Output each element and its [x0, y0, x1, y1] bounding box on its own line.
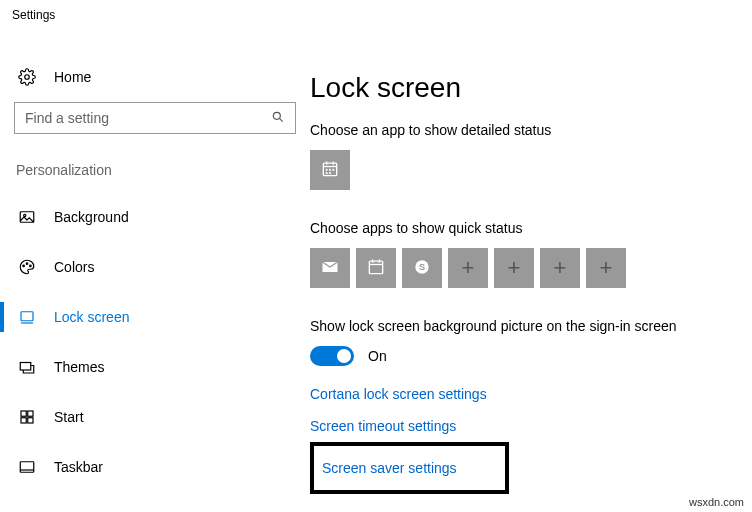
screen-timeout-link[interactable]: Screen timeout settings — [310, 418, 752, 434]
themes-icon — [18, 358, 36, 376]
sidebar-item-lock-screen[interactable]: Lock screen — [14, 296, 310, 338]
watermark: wsxdn.com — [689, 496, 744, 508]
picture-icon — [18, 208, 36, 226]
plus-icon: + — [508, 257, 521, 279]
quick-status-tile-calendar[interactable] — [356, 248, 396, 288]
cortana-lock-screen-link[interactable]: Cortana lock screen settings — [310, 386, 752, 402]
home-label: Home — [54, 69, 91, 85]
svg-rect-10 — [20, 363, 31, 371]
sidebar-item-label: Lock screen — [54, 309, 129, 325]
sidebar-item-label: Start — [54, 409, 84, 425]
quick-status-tile-skype[interactable]: S — [402, 248, 442, 288]
svg-point-21 — [326, 169, 327, 170]
svg-rect-12 — [28, 411, 33, 416]
svg-point-24 — [326, 172, 327, 173]
sidebar: Home Personalization Background Colors — [0, 30, 310, 512]
svg-point-23 — [333, 169, 334, 170]
quick-status-tile-add-1[interactable]: + — [448, 248, 488, 288]
start-icon — [18, 408, 36, 426]
calendar-icon — [320, 159, 340, 182]
sidebar-item-label: Taskbar — [54, 459, 103, 475]
quick-status-tile-add-2[interactable]: + — [494, 248, 534, 288]
signin-background-toggle[interactable] — [310, 346, 354, 366]
svg-rect-13 — [21, 418, 26, 423]
calendar-icon — [366, 257, 386, 280]
svg-point-1 — [273, 112, 280, 119]
svg-rect-14 — [28, 418, 33, 423]
quick-status-tile-add-3[interactable]: + — [540, 248, 580, 288]
svg-text:S: S — [419, 262, 425, 272]
search-box[interactable] — [14, 102, 296, 134]
svg-point-22 — [330, 169, 331, 170]
highlight-box: Screen saver settings — [310, 442, 509, 494]
toggle-knob — [337, 349, 351, 363]
search-input[interactable] — [25, 110, 271, 126]
lock-screen-icon — [18, 308, 36, 326]
home-button[interactable]: Home — [14, 60, 310, 102]
gear-icon — [18, 68, 36, 86]
svg-rect-8 — [21, 312, 33, 321]
sidebar-item-background[interactable]: Background — [14, 196, 310, 238]
quick-status-tile-mail[interactable] — [310, 248, 350, 288]
sidebar-item-taskbar[interactable]: Taskbar — [14, 446, 310, 488]
svg-rect-11 — [21, 411, 26, 416]
svg-line-2 — [279, 118, 282, 121]
sidebar-item-label: Background — [54, 209, 129, 225]
main-content: Lock screen Choose an app to show detail… — [310, 30, 752, 512]
taskbar-icon — [18, 458, 36, 476]
quick-status-tile-add-4[interactable]: + — [586, 248, 626, 288]
search-icon — [271, 110, 285, 127]
plus-icon: + — [600, 257, 613, 279]
skype-icon: S — [412, 257, 432, 280]
svg-point-7 — [30, 265, 32, 267]
palette-icon — [18, 258, 36, 276]
mail-icon — [320, 257, 340, 280]
window-title: Settings — [0, 0, 752, 30]
detailed-status-app-tile[interactable] — [310, 150, 350, 190]
svg-point-5 — [23, 265, 25, 267]
sidebar-item-themes[interactable]: Themes — [14, 346, 310, 388]
svg-point-0 — [25, 75, 30, 80]
sidebar-item-label: Themes — [54, 359, 105, 375]
screen-saver-link[interactable]: Screen saver settings — [322, 460, 457, 476]
detailed-status-heading: Choose an app to show detailed status — [310, 122, 752, 138]
plus-icon: + — [462, 257, 475, 279]
svg-point-25 — [330, 172, 331, 173]
toggle-state-label: On — [368, 348, 387, 364]
svg-rect-26 — [369, 261, 382, 274]
page-title: Lock screen — [310, 72, 752, 104]
signin-background-label: Show lock screen background picture on t… — [310, 318, 752, 334]
quick-status-heading: Choose apps to show quick status — [310, 220, 752, 236]
sidebar-item-start[interactable]: Start — [14, 396, 310, 438]
sidebar-item-colors[interactable]: Colors — [14, 246, 310, 288]
sidebar-item-label: Colors — [54, 259, 94, 275]
plus-icon: + — [554, 257, 567, 279]
section-label: Personalization — [14, 162, 310, 178]
svg-rect-15 — [20, 462, 34, 473]
svg-point-6 — [26, 263, 28, 265]
